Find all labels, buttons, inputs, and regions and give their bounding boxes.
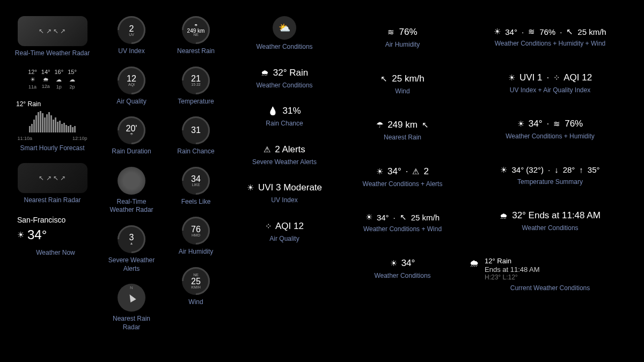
aqi-widget[interactable]: AQI 12 Air Quality xyxy=(233,221,335,243)
temp-summary-widget[interactable]: 34° (32°)·28°35° Temperature Summary xyxy=(470,165,631,187)
umbrella-icon xyxy=(376,120,383,130)
sun-icon xyxy=(365,212,372,222)
rain-duration-widget[interactable]: 20'☂ Rain Duration xyxy=(105,116,158,156)
smart-label: Smart Hourly Forecast xyxy=(20,144,84,153)
wind-gauge-widget[interactable]: NE25KM/H Wind xyxy=(169,267,223,307)
sun-icon xyxy=(500,165,507,175)
gauge-icon: NE25KM/H xyxy=(182,267,210,295)
nearest-rain-line-widget[interactable]: 249 km Nearest Rain xyxy=(346,120,459,142)
sun-icon xyxy=(376,167,383,176)
humidity-gauge-widget[interactable]: 76HMD Air Humidity xyxy=(169,217,223,256)
sun-icon xyxy=(390,258,397,268)
gauge-icon: 31 xyxy=(182,116,210,144)
smart-title: 12° Rain xyxy=(11,100,41,108)
cond-simple-widget[interactable]: 34° Weather Conditions xyxy=(346,258,459,280)
humidity-icon xyxy=(528,27,535,36)
radar-icon xyxy=(18,163,87,193)
cond-alerts-widget[interactable]: 34°·2 Weather Conditions + Alerts xyxy=(346,166,459,189)
alerts-gauge-widget[interactable]: 3▲ Severe Weather Alerts xyxy=(105,225,158,273)
rain-icon xyxy=(470,258,479,269)
sun-icon xyxy=(494,27,501,36)
cond-hmd-widget[interactable]: 34°·76% Weather Conditions + Humidity xyxy=(470,119,631,141)
sun-icon xyxy=(247,183,254,193)
rain-icon xyxy=(500,211,508,220)
uv-aqi-widget[interactable]: UVI 1·AQI 12 UV Index + Air Quality Inde… xyxy=(470,72,631,95)
temp-gauge-widget[interactable]: 2115 22 Temperature xyxy=(169,67,223,106)
gauge-icon: 2115 22 xyxy=(182,67,210,94)
hourly-widget[interactable]: 12°☀11a 14°🌧12a 16°☁1p 15°☁2p xyxy=(11,69,94,90)
bar-chart-icon xyxy=(18,111,87,132)
arrow-icon xyxy=(400,212,407,222)
city-temp: 34° xyxy=(27,227,47,242)
rain-chance-widget[interactable]: 31% Rain Chance xyxy=(233,106,335,128)
city-name: San-Francisco xyxy=(17,216,65,224)
cond-hmd-wind-widget[interactable]: 34°·76%·25 km/h Weather Conditions + Hum… xyxy=(470,27,631,48)
arrow-icon xyxy=(422,120,429,130)
rain-chance-gauge-widget[interactable]: 31 Rain Chance xyxy=(169,116,223,156)
gauge-icon: 12AQI xyxy=(118,67,145,94)
current-temp: 12° Rain xyxy=(485,257,511,265)
nearest-radar-widget[interactable]: Nearest Rain Radar xyxy=(11,163,94,205)
current-label: Current Weather Conditions xyxy=(470,284,631,293)
smart-forecast-widget[interactable]: 12° Rain 11:10a12:10p Smart Hourly Forec… xyxy=(11,100,94,153)
sun-icon xyxy=(517,119,524,129)
conditions-widget[interactable]: ⛅ Weather Conditions xyxy=(233,16,335,51)
up-icon xyxy=(579,165,583,174)
rain-conditions-widget[interactable]: 32° Rain Weather Conditions xyxy=(233,68,335,90)
nearest-compass-widget[interactable]: Nearest Rain Radar xyxy=(105,284,158,331)
sun-icon xyxy=(508,73,515,83)
current-hl: H:23° L:12° xyxy=(485,274,518,281)
cloud-sun-icon: ⛅ xyxy=(273,16,296,40)
gauge-icon: ☂249 kmNE xyxy=(182,16,210,44)
current-cond-widget[interactable]: 12° Rain Ends at 11:48 AM H:23° L:12° xyxy=(470,257,631,282)
radar-widget[interactable]: Real-Time Weather Radar xyxy=(11,16,94,58)
rain-icon xyxy=(261,68,269,77)
humidity-icon xyxy=(553,119,560,129)
now-label: Weather Now xyxy=(36,249,75,257)
radar-icon xyxy=(18,16,87,46)
gauge-icon: 34LIKE xyxy=(182,167,210,195)
nearest-rain-widget[interactable]: ☂249 kmNE Nearest Rain xyxy=(169,16,223,56)
warning-icon xyxy=(264,145,270,154)
drop-icon xyxy=(268,106,278,116)
current-ends: Ends at 11:48 AM xyxy=(485,265,540,274)
ends-widget[interactable]: 32° Ends at 11:48 AM Weather Conditions xyxy=(470,210,631,233)
gauge-icon: 76HMD xyxy=(182,217,210,245)
radar-circle-widget[interactable]: Real-Time Weather Radar xyxy=(105,167,158,215)
uv-gauge-widget[interactable]: 2UV UV Index xyxy=(105,16,158,56)
aqi-gauge-widget[interactable]: 12AQI Air Quality xyxy=(105,67,158,106)
dots-icon xyxy=(265,221,271,231)
warning-icon xyxy=(412,167,419,176)
uvi-widget[interactable]: UVI 3 Moderate UV Index xyxy=(233,182,335,205)
down-icon xyxy=(554,165,559,174)
radar-icon xyxy=(118,167,145,195)
nearest-radar-label: Nearest Rain Radar xyxy=(24,196,80,205)
hourly-row: 12°☀11a 14°🌧12a 16°☁1p 15°☁2p xyxy=(28,69,77,90)
weather-now-widget[interactable]: San-Francisco 34° Weather Now xyxy=(11,216,94,257)
alerts-widget[interactable]: 2 Alerts Severe Weather Alerts xyxy=(233,144,335,167)
humidity-icon xyxy=(387,27,394,37)
humidity-widget[interactable]: 76% Air Humidity xyxy=(346,27,459,49)
gauge-icon: 2UV xyxy=(118,16,145,44)
arrow-icon xyxy=(566,27,573,36)
arrow-icon xyxy=(380,74,387,84)
gauge-icon: 20'☂ xyxy=(118,116,145,144)
feels-like-widget[interactable]: 34LIKE Feels Like xyxy=(169,167,223,206)
dots-icon xyxy=(553,73,559,83)
compass-icon xyxy=(118,284,145,312)
cond-wind-widget[interactable]: 34°·25 km/h Weather Conditions + Wind xyxy=(346,212,459,234)
sun-icon xyxy=(17,230,24,240)
wind-widget[interactable]: 25 km/h Wind xyxy=(346,73,459,96)
gauge-icon: 3▲ xyxy=(118,225,145,253)
radar-label: Real-Time Weather Radar xyxy=(15,49,90,58)
